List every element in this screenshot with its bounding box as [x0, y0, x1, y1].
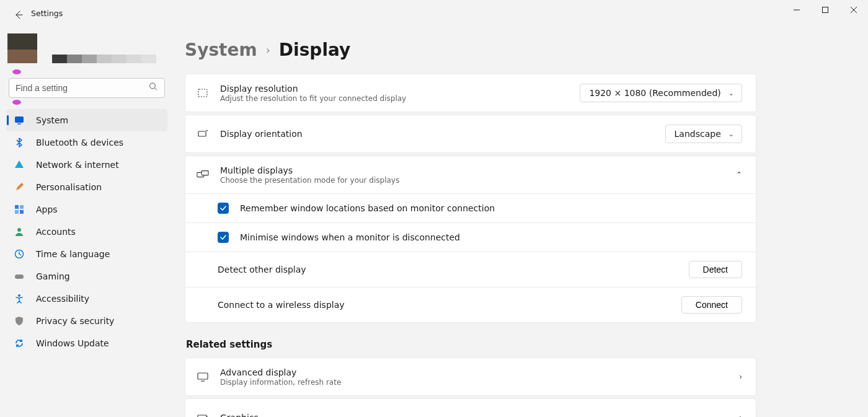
chevron-right-icon: ›: [739, 413, 742, 417]
gaming-icon: [14, 271, 25, 282]
checkbox-checked-icon[interactable]: [218, 232, 229, 243]
orientation-title: Display orientation: [220, 129, 654, 139]
svg-rect-9: [20, 210, 24, 214]
graphics-title: Graphics: [220, 413, 728, 417]
sidebar-item-label: Time & language: [36, 249, 110, 259]
sidebar-item-time-language[interactable]: Time & language: [6, 243, 167, 265]
chevron-right-icon: ›: [266, 43, 270, 56]
option-label: Minimise windows when a monitor is disco…: [240, 232, 460, 242]
sidebar-item-label: Accounts: [36, 227, 76, 237]
sidebar-item-privacy-security[interactable]: Privacy & security: [6, 310, 167, 332]
chevron-right-icon: ›: [739, 372, 742, 381]
svg-point-2: [150, 83, 156, 89]
sidebar-item-label: Windows Update: [36, 338, 109, 348]
sidebar-item-system[interactable]: System: [6, 109, 167, 131]
multidisplays-title: Multiple displays: [220, 165, 725, 175]
sidebar-item-accounts[interactable]: Accounts: [6, 221, 167, 243]
sidebar-item-apps[interactable]: Apps: [6, 198, 167, 221]
breadcrumb-parent[interactable]: System: [185, 40, 257, 60]
update-icon: [14, 338, 25, 349]
multidisplays-desc: Choose the presentation mode for your di…: [220, 176, 725, 185]
breadcrumb: System › Display: [185, 40, 756, 60]
orientation-icon: [197, 128, 209, 140]
sidebar-item-windows-update[interactable]: Windows Update: [6, 332, 167, 354]
option-label: Remember window locations based on monit…: [240, 203, 495, 213]
setting-display-resolution: Display resolution Adjust the resolution…: [185, 74, 756, 112]
svg-rect-14: [198, 89, 207, 97]
minimize-button[interactable]: [782, 1, 811, 19]
svg-rect-1: [823, 7, 828, 13]
related-settings-heading: Related settings: [186, 339, 756, 350]
svg-rect-8: [15, 210, 19, 214]
row-wireless-display: Connect to a wireless display Connect: [185, 287, 756, 322]
svg-rect-4: [16, 117, 24, 123]
sidebar-item-bluetooth-devices[interactable]: Bluetooth & devices: [6, 131, 167, 154]
detect-button[interactable]: Detect: [689, 261, 742, 278]
connect-button[interactable]: Connect: [681, 296, 742, 314]
profile-name-placeholder: [52, 33, 156, 63]
maximize-button[interactable]: [811, 1, 839, 19]
search-icon: [149, 82, 157, 93]
close-button[interactable]: [839, 1, 868, 19]
orientation-value: Landscape: [675, 129, 721, 139]
option-remember-window-locations[interactable]: Remember window locations based on monit…: [185, 193, 756, 222]
breadcrumb-current: Display: [279, 40, 350, 60]
shield-icon: [14, 315, 25, 327]
link-advanced-display[interactable]: Advanced display Display information, re…: [185, 358, 756, 395]
chevron-down-icon: ⌄: [728, 89, 734, 97]
row-detect-display: Detect other display Detect: [185, 252, 756, 287]
monitor-icon: [14, 115, 25, 126]
resolution-value: 1920 × 1080 (Recommended): [589, 88, 720, 98]
multiple-displays-icon: [197, 169, 209, 181]
svg-point-13: [18, 294, 20, 297]
resolution-dropdown[interactable]: 1920 × 1080 (Recommended) ⌄: [580, 84, 742, 102]
sidebar-item-network-internet[interactable]: Network & internet: [6, 154, 167, 176]
person-icon: [14, 226, 25, 237]
checkbox-checked-icon[interactable]: [218, 203, 229, 214]
svg-line-3: [155, 88, 157, 90]
svg-rect-18: [198, 373, 208, 379]
resolution-desc: Adjust the resolution to fit your connec…: [220, 94, 569, 103]
advanced-display-desc: Display information, refresh rate: [220, 378, 728, 387]
wifi-icon: [14, 159, 25, 170]
sidebar-item-label: Apps: [36, 204, 58, 214]
svg-rect-7: [20, 205, 24, 209]
sidebar-item-label: Privacy & security: [36, 316, 114, 326]
back-button[interactable]: [11, 7, 26, 22]
setting-multiple-displays[interactable]: Multiple displays Choose the presentatio…: [185, 156, 756, 193]
sidebar-item-label: Network & internet: [36, 160, 119, 170]
clock-icon: [14, 248, 25, 260]
advanced-display-title: Advanced display: [220, 367, 728, 377]
sidebar-item-label: Personalisation: [36, 182, 102, 192]
option-minimise-on-disconnect[interactable]: Minimise windows when a monitor is disco…: [185, 222, 756, 252]
svg-rect-6: [15, 205, 19, 209]
link-graphics[interactable]: Graphics ›: [185, 399, 756, 417]
monitor-icon: [197, 371, 209, 383]
chevron-down-icon: ⌄: [728, 130, 734, 138]
search-input[interactable]: [9, 78, 165, 98]
svg-rect-17: [202, 171, 208, 175]
brush-icon: [14, 182, 25, 193]
sidebar-item-label: System: [36, 115, 68, 125]
svg-point-10: [17, 228, 21, 232]
bluetooth-icon: [14, 137, 25, 148]
sidebar-item-gaming[interactable]: Gaming: [6, 265, 167, 288]
window-title: Settings: [31, 9, 63, 18]
avatar: [7, 33, 37, 63]
sidebar-item-accessibility[interactable]: Accessibility: [6, 288, 167, 310]
sidebar-item-label: Bluetooth & devices: [36, 138, 123, 147]
orientation-dropdown[interactable]: Landscape ⌄: [665, 125, 742, 143]
resolution-icon: [197, 87, 209, 99]
sidebar-item-personalisation[interactable]: Personalisation: [6, 176, 167, 198]
access-icon: [14, 293, 25, 304]
svg-rect-12: [15, 274, 24, 279]
detect-label: Detect other display: [218, 265, 678, 274]
chevron-up-icon: ⌃: [736, 170, 742, 179]
apps-icon: [14, 204, 25, 215]
profile-block[interactable]: [0, 33, 174, 71]
svg-rect-15: [198, 131, 206, 136]
graphics-icon: [197, 411, 209, 417]
resolution-title: Display resolution: [220, 84, 569, 94]
setting-display-orientation: Display orientation Landscape ⌄: [185, 115, 756, 152]
wireless-label: Connect to a wireless display: [218, 300, 670, 310]
